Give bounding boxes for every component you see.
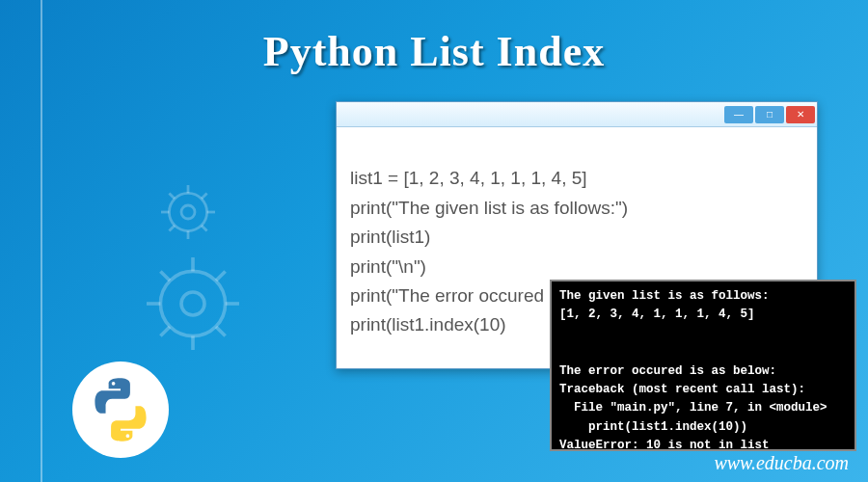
svg-line-16 [169, 193, 175, 199]
svg-point-11 [181, 205, 195, 219]
svg-line-17 [202, 226, 207, 231]
python-logo-circle [72, 362, 169, 458]
code-line: print(list1) [350, 227, 430, 247]
website-url: www.educba.com [714, 452, 849, 474]
svg-line-9 [160, 327, 170, 336]
code-line: print("\n") [350, 256, 426, 277]
terminal-line: The given list is as follows: [559, 289, 770, 303]
window-titlebar: — □ ✕ [337, 102, 817, 127]
terminal-line: print(list1.index(10)) [559, 420, 747, 434]
svg-point-1 [181, 292, 204, 315]
maximize-button[interactable]: □ [755, 106, 784, 123]
terminal-output: The given list is as follows: [1, 2, 3, … [550, 280, 856, 451]
python-icon [88, 377, 153, 442]
code-line: print(list1.index(10) [350, 314, 506, 335]
gear-icon-small [154, 178, 222, 246]
terminal-line: The error occured is as below: [559, 364, 776, 378]
terminal-line: ValueError: 10 is not in list [559, 439, 770, 452]
code-line: print("The given list is as follows:") [350, 198, 628, 218]
svg-line-19 [169, 226, 175, 231]
terminal-line: Traceback (most recent call last): [559, 383, 805, 396]
svg-line-8 [216, 271, 226, 281]
close-button[interactable]: ✕ [786, 106, 815, 123]
svg-line-6 [160, 271, 170, 281]
minimize-button[interactable]: — [724, 106, 753, 123]
svg-line-7 [216, 327, 226, 336]
svg-point-0 [160, 271, 225, 335]
terminal-line: File "main.py", line 7, in <module> [559, 401, 827, 415]
decorative-vertical-line [41, 0, 42, 482]
svg-point-10 [169, 193, 206, 230]
gear-icon-large [135, 246, 251, 362]
code-line: list1 = [1, 2, 3, 4, 1, 1, 1, 4, 5] [350, 168, 587, 188]
page-title: Python List Index [263, 27, 605, 76]
terminal-line: [1, 2, 3, 4, 1, 1, 1, 4, 5] [559, 308, 755, 321]
svg-line-18 [202, 193, 207, 199]
